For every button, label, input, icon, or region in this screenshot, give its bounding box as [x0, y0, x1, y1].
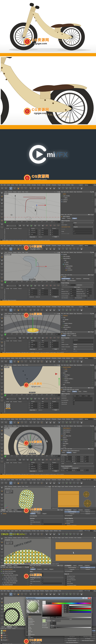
enabled-check-icon[interactable]: ✓: [93, 269, 93, 270]
object-row[interactable]: ○rear_wheel_final:Null··✓: [0, 584, 29, 586]
menu-tools[interactable]: Tools: [37, 530, 39, 532]
attr-field[interactable]: 1: [70, 284, 75, 286]
object-row[interactable]: ●rear_wheel_final:Loft NURBS··✓: [0, 574, 29, 576]
record-scale-button[interactable]: ●: [49, 284, 52, 287]
enabled-check-icon[interactable]: ✓: [27, 570, 28, 572]
timeline-ruler[interactable]: 01020304050607080900 F: [4, 333, 60, 336]
enabled-check-icon[interactable]: ✓: [93, 260, 93, 261]
slider-field[interactable]: 204: [64, 610, 69, 611]
timeline-ruler[interactable]: 01020304050607080900 F: [4, 455, 60, 458]
stepper-icon[interactable]: ↕: [59, 344, 59, 345]
object-state-dots[interactable]: ··✓: [91, 323, 94, 324]
menu-animate[interactable]: Animate: [27, 358, 30, 359]
deformers-icon[interactable]: ◔: [72, 532, 76, 536]
menu-help[interactable]: Help: [71, 418, 73, 420]
menu-script[interactable]: Script: [62, 184, 65, 186]
viewport-layout-icon[interactable]: ▦: [80, 308, 83, 312]
layout-dropdown[interactable]: BP UV Edit: [84, 530, 93, 532]
menu-window[interactable]: Window: [66, 479, 70, 480]
attr-tab-phong[interactable]: Phong: [82, 391, 88, 392]
minimize-button[interactable]: –: [82, 597, 85, 599]
om-home-icon[interactable]: ⌂: [92, 426, 92, 426]
menu-sculpt[interactable]: Sculpt: [42, 358, 45, 359]
enabled-check-icon[interactable]: ✓: [27, 582, 28, 583]
frame-start-field[interactable]: 0 F: [5, 398, 6, 400]
spline-pen-icon[interactable]: ~: [61, 308, 65, 312]
attr-tab-coord[interactable]: Coord.: [66, 218, 72, 219]
polygons-mode-icon[interactable]: ▲: [0, 212, 3, 215]
model-mode-icon[interactable]: ■: [0, 316, 3, 320]
timeline-marker[interactable]: [4, 455, 6, 457]
viewport-menu-cameras[interactable]: Cameras: [8, 313, 12, 314]
pan-view-icon[interactable]: +: [54, 364, 55, 366]
lock-z-icon[interactable]: Z: [37, 247, 40, 251]
goto-end-button[interactable]: ▶|: [41, 398, 45, 400]
lock-x-icon[interactable]: X: [29, 421, 32, 424]
edges-mode-icon[interactable]: /: [0, 382, 3, 385]
render-dot[interactable]: ·: [92, 323, 92, 324]
menu-snap[interactable]: Snap: [23, 418, 25, 420]
prev-frame-button[interactable]: ◀: [26, 398, 29, 400]
enabled-check-icon[interactable]: ✓: [93, 315, 93, 316]
uv-tab-brushes[interactable]: Brushes: [78, 565, 84, 566]
attr-field[interactable]: 100 %: [70, 295, 76, 297]
stepper-icon[interactable]: ↕: [38, 292, 38, 293]
object-row[interactable]: ■Cylinder··✓: [60, 201, 94, 202]
axis-mode-icon[interactable]: L: [0, 450, 3, 453]
visibility-dot[interactable]: ·: [91, 256, 91, 257]
search-icon[interactable]: [94, 418, 95, 420]
points-mode-icon[interactable]: ·: [0, 266, 3, 269]
uv-menu-image[interactable]: Image: [58, 486, 60, 487]
frame-end-field[interactable]: 90 F: [17, 285, 18, 286]
deformers-icon[interactable]: ◔: [72, 187, 76, 190]
enabled-check-icon[interactable]: ✓: [93, 317, 93, 318]
goto-start-button[interactable]: |◀: [18, 458, 22, 461]
menu-simulate[interactable]: Simulate: [32, 306, 36, 307]
edges-mode-icon[interactable]: /: [0, 269, 3, 272]
coord-field-pos-z[interactable]: 39.281 cm: [30, 468, 37, 470]
attr-field[interactable]: 90 °: [84, 460, 89, 462]
visibility-dot[interactable]: ·: [26, 570, 26, 572]
menu-sculpt[interactable]: Sculpt: [42, 184, 45, 186]
object-state-dots[interactable]: ··✓: [91, 384, 94, 385]
polygons-mode-icon[interactable]: ▲: [0, 334, 3, 337]
channel-row[interactable]: Assignment: [26, 638, 42, 640]
uv-menu-file[interactable]: File: [52, 486, 54, 487]
menu-plugins[interactable]: Plugins: [58, 479, 61, 480]
attr-tab-options[interactable]: Options: [30, 568, 36, 570]
edges-mode-icon[interactable]: /: [0, 504, 3, 506]
stepper-icon[interactable]: ↕: [59, 346, 59, 347]
stepper-icon[interactable]: ↕: [38, 407, 38, 408]
coord-system-icon[interactable]: L: [40, 421, 44, 424]
edges-mode-icon[interactable]: /: [0, 443, 3, 446]
stepper-icon[interactable]: ↕: [48, 232, 49, 233]
uv-tab-swatches[interactable]: Swatches: [84, 509, 91, 510]
menu-file[interactable]: File: [1, 530, 2, 532]
object-state-dots[interactable]: ··✓: [91, 382, 94, 383]
menu-edit[interactable]: Edit: [4, 306, 6, 307]
mograph-icon[interactable]: ✶: [69, 308, 72, 312]
channel-row[interactable]: Fog: [26, 625, 42, 626]
next-frame-button[interactable]: ▶: [34, 224, 37, 227]
attr-lock-icon[interactable]: ⊡: [93, 448, 94, 449]
render-view-icon[interactable]: ▶: [45, 360, 48, 363]
render-dot[interactable]: ·: [92, 256, 92, 257]
render-dot[interactable]: ·: [92, 268, 92, 268]
object-row[interactable]: ▲rear_wheel_final:Cylinder.2··✓: [0, 578, 29, 580]
object-state-dots[interactable]: ··✓: [91, 195, 94, 196]
attr-a-icon[interactable]: A: [60, 509, 60, 510]
menu-select[interactable]: Select: [11, 245, 14, 246]
render-view-icon[interactable]: ▶: [45, 592, 48, 596]
menu-image[interactable]: Image: [7, 530, 10, 532]
menu-tools[interactable]: Tools: [15, 479, 18, 480]
materials-menu-texture[interactable]: Texture: [18, 228, 22, 229]
visibility-dot[interactable]: ·: [91, 445, 91, 446]
enabled-check-icon[interactable]: ✓: [93, 195, 93, 196]
attr-checkbox[interactable]: [42, 573, 43, 574]
move-view-icon[interactable]: ↔: [46, 537, 47, 538]
visibility-dot[interactable]: ·: [91, 428, 91, 429]
stepper-icon[interactable]: ↕: [62, 583, 63, 584]
object-state-dots[interactable]: ··✓: [91, 321, 94, 322]
move-view-icon[interactable]: ↔: [55, 313, 56, 314]
panel-tab-colors[interactable]: Colors: [13, 509, 18, 510]
